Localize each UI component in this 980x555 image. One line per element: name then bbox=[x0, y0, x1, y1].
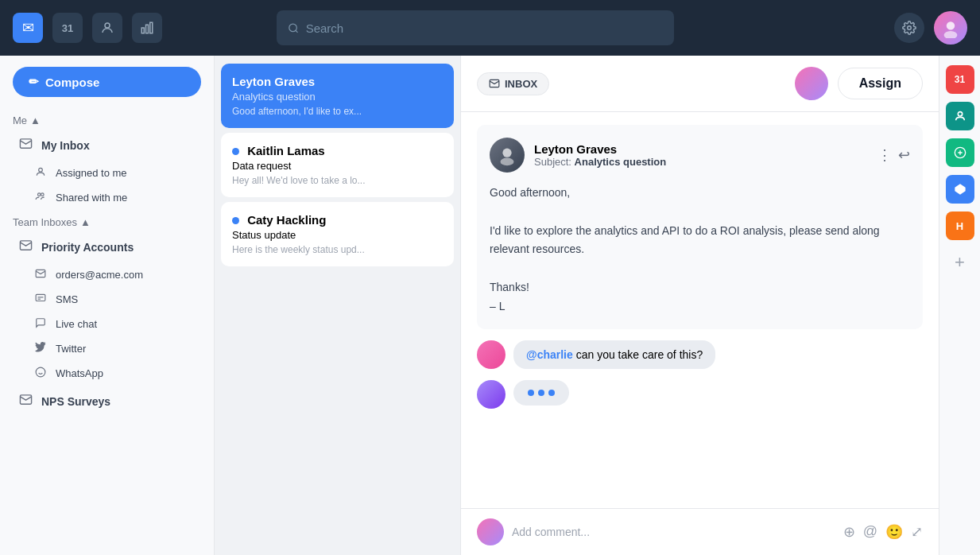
sidebar-item-live-chat[interactable]: Live chat bbox=[5, 312, 209, 336]
sidebar-item-assigned-to-me[interactable]: Assigned to me bbox=[5, 161, 209, 184]
at-mention-icon[interactable]: @ bbox=[863, 523, 877, 541]
conversation-item[interactable]: Kaitlin Lamas Data request Hey all! We'd… bbox=[221, 133, 454, 197]
message-header: Leyton Graves Subject: Analytics questio… bbox=[490, 138, 910, 173]
right-icon-contacts[interactable] bbox=[946, 102, 974, 130]
add-icon[interactable]: ⊕ bbox=[843, 523, 855, 541]
inbox-icon bbox=[489, 78, 500, 89]
right-icon-add[interactable]: + bbox=[946, 248, 974, 277]
commenter-avatar bbox=[477, 340, 505, 369]
typing-dot bbox=[538, 390, 544, 396]
sidebar-item-twitter[interactable]: Twitter bbox=[5, 337, 209, 360]
message-body: Good afternoon, I'd like to explore the … bbox=[490, 184, 910, 316]
sms-icon bbox=[33, 293, 48, 306]
people-icon bbox=[33, 191, 48, 204]
svg-point-24 bbox=[958, 112, 962, 116]
expand-icon[interactable]: ⤢ bbox=[911, 523, 923, 541]
nav-contacts-icon[interactable] bbox=[92, 13, 122, 43]
sidebar-item-my-inbox[interactable]: My Inbox bbox=[5, 130, 209, 160]
top-nav: ✉ 31 bbox=[0, 0, 980, 56]
conversation-header: INBOX Assign bbox=[461, 56, 939, 112]
typing-dot bbox=[528, 390, 534, 396]
typer-avatar bbox=[477, 380, 505, 409]
unread-dot bbox=[232, 217, 239, 224]
typing-indicator-row bbox=[477, 380, 923, 409]
sender-avatar bbox=[490, 138, 525, 173]
svg-rect-1 bbox=[141, 28, 144, 33]
inbox-icon bbox=[17, 137, 33, 153]
search-icon bbox=[288, 22, 299, 34]
sender-avatar-header bbox=[795, 67, 828, 100]
settings-button[interactable] bbox=[894, 13, 924, 43]
conversation-list: Leyton Graves Analytics question Good af… bbox=[215, 56, 461, 555]
right-icon-hubspot[interactable]: H bbox=[946, 212, 974, 240]
svg-rect-2 bbox=[146, 25, 149, 33]
svg-point-4 bbox=[289, 24, 297, 32]
twitter-icon bbox=[33, 342, 48, 355]
comment-action-icons: ⊕ @ 🙂 ⤢ bbox=[843, 523, 923, 541]
sidebar-item-shared-with-me[interactable]: Shared with me bbox=[5, 186, 209, 209]
right-icon-salesforce[interactable] bbox=[946, 138, 974, 167]
folder-icon bbox=[17, 239, 33, 255]
unread-dot bbox=[232, 148, 239, 155]
message-area: Leyton Graves Subject: Analytics questio… bbox=[461, 112, 939, 508]
right-icon-integration[interactable] bbox=[946, 175, 974, 204]
svg-point-6 bbox=[947, 21, 955, 29]
message-card: Leyton Graves Subject: Analytics questio… bbox=[477, 125, 923, 329]
team-inboxes-header: Team Inboxes ▲ bbox=[0, 210, 214, 231]
comment-bubble: @charlie can you take care of this? bbox=[513, 340, 715, 369]
svg-point-7 bbox=[944, 31, 958, 38]
svg-rect-14 bbox=[36, 294, 45, 301]
nav-calendar-icon[interactable]: 31 bbox=[52, 13, 83, 43]
compose-icon: ✏ bbox=[29, 75, 39, 89]
compose-button[interactable]: ✏ Compose bbox=[13, 67, 201, 97]
nav-right bbox=[894, 11, 967, 45]
main-content: INBOX Assign Leyton Graves Subject: bbox=[461, 56, 939, 555]
more-options-button[interactable]: ⋮ bbox=[877, 146, 892, 164]
reply-button[interactable]: ↩ bbox=[898, 146, 910, 164]
sidebar-item-priority-accounts[interactable]: Priority Accounts bbox=[5, 232, 209, 262]
sidebar-item-whatsapp[interactable]: WhatsApp bbox=[5, 362, 209, 385]
sidebar: ✏ Compose Me ▲ My Inbox Assigned to me S… bbox=[0, 56, 215, 555]
right-icon-calendar[interactable]: 31 bbox=[946, 65, 974, 94]
user-avatar[interactable] bbox=[934, 11, 967, 45]
person-icon bbox=[33, 166, 48, 180]
svg-marker-25 bbox=[955, 184, 965, 194]
main-layout: ✏ Compose Me ▲ My Inbox Assigned to me S… bbox=[0, 56, 980, 555]
emoji-icon[interactable]: 🙂 bbox=[885, 523, 903, 541]
svg-point-10 bbox=[38, 193, 41, 196]
typing-dot bbox=[548, 390, 555, 396]
svg-point-17 bbox=[36, 367, 45, 377]
search-input[interactable] bbox=[306, 21, 664, 35]
email-icon bbox=[33, 268, 48, 281]
svg-point-11 bbox=[41, 193, 45, 196]
nav-inbox-icon[interactable]: ✉ bbox=[13, 13, 43, 43]
whatsapp-icon bbox=[33, 367, 48, 380]
message-actions: ⋮ ↩ bbox=[877, 146, 910, 164]
right-sidebar: 31 H + bbox=[939, 56, 980, 555]
comment-input-row: ⊕ @ 🙂 ⤢ bbox=[461, 508, 939, 555]
comment-input[interactable] bbox=[512, 526, 835, 538]
sidebar-item-nps-surveys[interactable]: NPS Surveys bbox=[5, 386, 209, 416]
current-user-avatar bbox=[477, 518, 504, 545]
svg-point-0 bbox=[105, 23, 110, 28]
conversation-item[interactable]: Caty Hackling Status update Here is the … bbox=[221, 202, 454, 266]
svg-point-23 bbox=[501, 158, 514, 166]
nps-icon bbox=[17, 393, 33, 409]
chat-icon bbox=[33, 317, 48, 331]
conversation-item[interactable]: Leyton Graves Analytics question Good af… bbox=[221, 64, 454, 128]
sidebar-item-orders[interactable]: orders@acme.com bbox=[5, 263, 209, 286]
svg-point-22 bbox=[502, 149, 511, 157]
comment-row: @charlie can you take care of this? bbox=[477, 340, 923, 369]
me-section-header: Me ▲ bbox=[0, 108, 214, 130]
sidebar-item-sms[interactable]: SMS bbox=[5, 288, 209, 311]
svg-point-9 bbox=[39, 168, 43, 172]
svg-point-5 bbox=[908, 26, 912, 30]
inbox-badge: INBOX bbox=[477, 72, 549, 95]
nav-analytics-icon[interactable] bbox=[132, 13, 162, 43]
svg-rect-3 bbox=[150, 22, 153, 33]
search-bar bbox=[277, 10, 674, 45]
assign-button[interactable]: Assign bbox=[838, 68, 923, 99]
typing-bubble bbox=[513, 380, 569, 406]
